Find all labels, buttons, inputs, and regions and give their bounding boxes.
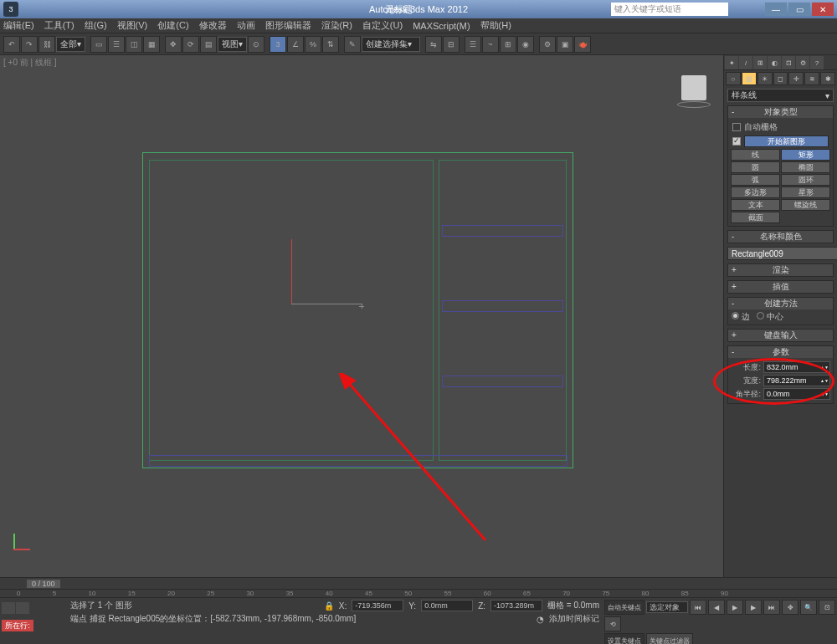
pivot-icon[interactable]: ⊙ [248, 36, 264, 53]
panel-icon-1[interactable]: ✦ [725, 56, 738, 69]
z-coord[interactable]: -1073.289m [490, 600, 542, 611]
maxscript-mini-icon[interactable] [2, 602, 15, 614]
edit-named-sel-icon[interactable]: ✎ [344, 36, 361, 53]
panel-icon-3[interactable]: ⊞ [753, 56, 767, 69]
goto-end-icon[interactable]: ⏭ [763, 600, 780, 615]
snap-toggle-icon[interactable]: 3 [270, 36, 286, 53]
time-pos[interactable]: 0 / 100 [27, 580, 60, 588]
rollout-header-render[interactable]: +渲染 [728, 264, 833, 276]
search-input[interactable]: 键入关键字或短语 [611, 3, 728, 16]
play-icon[interactable]: ▶ [727, 600, 743, 615]
menu-maxscript[interactable]: MAXScript(M) [413, 21, 470, 31]
link-icon[interactable]: ⛓ [39, 36, 55, 53]
menu-group[interactable]: 组(G) [85, 19, 107, 32]
panel-icon-4[interactable]: ◐ [768, 56, 781, 69]
tab-geometry[interactable]: ○ [726, 72, 741, 85]
rollout-header-name[interactable]: -名称和颜色 [728, 231, 833, 243]
menu-help[interactable]: 帮助(H) [480, 19, 511, 32]
panel-icon-7[interactable]: ? [810, 56, 824, 69]
radio-edge[interactable]: 边 [732, 311, 750, 323]
add-time-label[interactable]: 添加时间标记 [549, 613, 599, 625]
startnew-label[interactable]: 开始新图形 [744, 135, 829, 147]
render-setup-icon[interactable]: ⚙ [539, 36, 556, 53]
undo-icon[interactable]: ↶ [3, 36, 20, 53]
menu-graph[interactable]: 图形编辑器 [265, 19, 311, 32]
curve-editor-icon[interactable]: ~ [482, 36, 499, 53]
zoom-icon[interactable]: 🔍 [800, 600, 817, 615]
align-icon[interactable]: ⊟ [443, 36, 460, 53]
render-frame-icon[interactable]: ▣ [557, 36, 573, 53]
x-coord[interactable]: -719.356m [352, 600, 403, 611]
menu-views[interactable]: 视图(V) [117, 19, 148, 32]
autogrid-checkbox[interactable] [732, 123, 741, 131]
maximize-button[interactable]: ▭ [788, 3, 810, 16]
angle-snap-icon[interactable]: ∠ [287, 36, 304, 53]
setkey-button[interactable]: 设置关键点 [604, 633, 644, 644]
menu-modifiers[interactable]: 修改器 [199, 19, 227, 32]
close-button[interactable]: ✕ [812, 3, 834, 16]
window-crossing-icon[interactable]: ▦ [143, 36, 160, 53]
material-icon[interactable]: ◉ [517, 36, 534, 53]
radius-spinner[interactable]: 0.0mm▲▼ [763, 388, 830, 400]
length-spinner[interactable]: 832.0mm▲▼ [763, 361, 830, 373]
keyfilter-button[interactable]: 关键点过滤器 [646, 633, 693, 644]
spinner-snap-icon[interactable]: ⇅ [322, 36, 339, 53]
listener-icon[interactable] [16, 602, 29, 614]
sel-obj-dropdown[interactable]: 选定对象 [646, 601, 688, 613]
goto-line-button[interactable]: 所在行: [2, 620, 33, 631]
layer-dropdown[interactable]: 全部 ▾ [56, 37, 85, 52]
schematic-icon[interactable]: ⊞ [500, 36, 516, 53]
y-coord[interactable]: 0.0mm [421, 600, 473, 611]
goto-start-icon[interactable]: ⏮ [690, 600, 706, 615]
app-logo[interactable]: 3 [3, 2, 18, 17]
btn-line[interactable]: 线 [731, 149, 780, 161]
menu-animation[interactable]: 动画 [237, 19, 255, 32]
tab-systems[interactable]: ✱ [820, 72, 835, 85]
shelf-3[interactable] [442, 376, 563, 387]
category-dropdown[interactable]: 样条线▾ [727, 89, 834, 102]
tab-cameras[interactable]: ◻ [773, 72, 788, 85]
btn-text[interactable]: 文本 [731, 199, 780, 211]
shelf-1[interactable] [442, 225, 563, 237]
rectangle-left[interactable] [149, 160, 434, 461]
btn-arc[interactable]: 弧 [731, 174, 780, 186]
object-name-input[interactable] [727, 247, 837, 260]
viewcube-ring[interactable] [677, 101, 711, 108]
panel-icon-2[interactable]: / [739, 56, 752, 69]
ref-coord-dropdown[interactable]: 视图 ▾ [218, 37, 247, 52]
tab-shapes[interactable]: ▨ [742, 72, 757, 85]
active-rectangle[interactable] [291, 239, 362, 304]
scale-icon[interactable]: ▤ [200, 36, 217, 53]
named-sel-dropdown[interactable]: 创建选择集 ▾ [362, 37, 420, 52]
prev-frame-icon[interactable]: ◀ [708, 600, 725, 615]
minimize-button[interactable]: — [765, 3, 787, 16]
layers-icon[interactable]: ☰ [465, 36, 481, 53]
render-icon[interactable]: 🫖 [574, 36, 591, 53]
rotate-icon[interactable]: ⟳ [182, 36, 199, 53]
base-shelf[interactable] [149, 455, 567, 467]
btn-donut[interactable]: 圆环 [781, 174, 830, 186]
menu-customize[interactable]: 自定义(U) [362, 19, 403, 32]
menu-create[interactable]: 创建(C) [157, 19, 188, 32]
viewport[interactable]: [ +0 前 | 线框 ] [0, 55, 724, 577]
zoom-extents-icon[interactable]: ⊡ [819, 600, 835, 615]
btn-ngon[interactable]: 多边形 [731, 187, 780, 198]
rollout-header-keyboard[interactable]: +键盘输入 [728, 330, 833, 341]
width-spinner[interactable]: 798.222mm▲▼ [763, 375, 830, 386]
startnew-checkbox[interactable] [732, 137, 741, 146]
autokey-button[interactable]: 自动关键点 [604, 600, 644, 615]
tab-helpers[interactable]: ✛ [788, 72, 804, 85]
pan-icon[interactable]: ✥ [782, 600, 798, 615]
panel-icon-5[interactable]: ⊡ [782, 56, 795, 69]
orbit-icon[interactable]: ⟲ [604, 616, 621, 631]
select-icon[interactable]: ▭ [90, 36, 107, 53]
select-region-icon[interactable]: ◫ [126, 36, 142, 53]
redo-icon[interactable]: ↷ [21, 36, 38, 53]
btn-helix[interactable]: 螺旋线 [781, 199, 830, 211]
rollout-header-method[interactable]: -创建方法 [728, 298, 833, 309]
viewport-label[interactable]: [ +0 前 | 线框 ] [3, 57, 56, 69]
time-tag-icon[interactable]: ◔ [537, 615, 544, 624]
menu-tools[interactable]: 工具(T) [44, 19, 74, 32]
btn-circle[interactable]: 圆 [731, 161, 780, 173]
panel-icon-6[interactable]: ⚙ [796, 56, 809, 69]
